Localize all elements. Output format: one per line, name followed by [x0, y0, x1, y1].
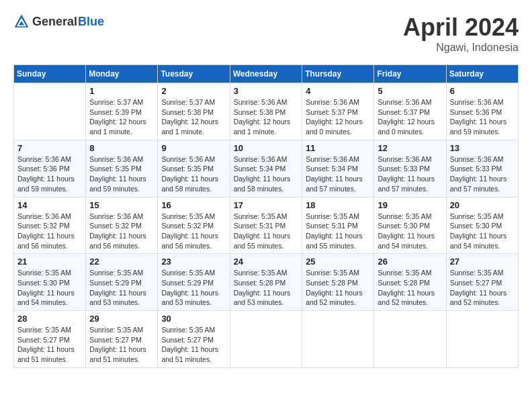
logo-icon — [13, 13, 30, 30]
day-info: Sunrise: 5:35 AM Sunset: 5:28 PM Dayligh… — [306, 268, 370, 308]
day-info: Sunrise: 5:36 AM Sunset: 5:32 PM Dayligh… — [17, 212, 82, 251]
day-number: 6 — [450, 86, 515, 96]
day-info: Sunrise: 5:35 AM Sunset: 5:27 PM Dayligh… — [17, 325, 82, 365]
calendar-week-row: 14Sunrise: 5:36 AM Sunset: 5:32 PM Dayli… — [14, 197, 519, 254]
day-number: 15 — [89, 200, 154, 210]
col-tuesday: Tuesday — [158, 65, 230, 83]
day-number: 11 — [306, 143, 370, 153]
table-row: 14Sunrise: 5:36 AM Sunset: 5:32 PM Dayli… — [14, 197, 86, 254]
table-row: 12Sunrise: 5:36 AM Sunset: 5:33 PM Dayli… — [374, 140, 446, 197]
table-row: 8Sunrise: 5:36 AM Sunset: 5:35 PM Daylig… — [86, 140, 158, 197]
col-thursday: Thursday — [302, 65, 374, 83]
day-info: Sunrise: 5:35 AM Sunset: 5:31 PM Dayligh… — [234, 212, 299, 251]
table-row: 13Sunrise: 5:36 AM Sunset: 5:33 PM Dayli… — [446, 140, 518, 197]
table-row: 7Sunrise: 5:36 AM Sunset: 5:36 PM Daylig… — [14, 140, 86, 197]
table-row: 24Sunrise: 5:35 AM Sunset: 5:28 PM Dayli… — [230, 254, 302, 311]
day-info: Sunrise: 5:35 AM Sunset: 5:30 PM Dayligh… — [378, 212, 442, 251]
table-row: 5Sunrise: 5:36 AM Sunset: 5:37 PM Daylig… — [374, 83, 446, 140]
col-friday: Friday — [374, 65, 446, 83]
calendar-table: Sunday Monday Tuesday Wednesday Thursday… — [13, 64, 519, 368]
day-info: Sunrise: 5:35 AM Sunset: 5:29 PM Dayligh… — [161, 268, 226, 308]
table-row: 4Sunrise: 5:36 AM Sunset: 5:37 PM Daylig… — [302, 83, 374, 140]
day-number: 4 — [306, 86, 370, 96]
day-number: 20 — [450, 200, 515, 210]
table-row — [446, 311, 518, 368]
day-number: 29 — [89, 314, 154, 324]
table-row: 6Sunrise: 5:36 AM Sunset: 5:36 PM Daylig… — [446, 83, 518, 140]
calendar-week-row: 7Sunrise: 5:36 AM Sunset: 5:36 PM Daylig… — [14, 140, 519, 197]
day-info: Sunrise: 5:35 AM Sunset: 5:27 PM Dayligh… — [161, 325, 226, 365]
logo-blue: Blue — [78, 15, 104, 29]
table-row — [14, 83, 86, 140]
table-row: 30Sunrise: 5:35 AM Sunset: 5:27 PM Dayli… — [158, 311, 230, 368]
day-info: Sunrise: 5:36 AM Sunset: 5:34 PM Dayligh… — [306, 154, 370, 194]
col-sunday: Sunday — [14, 65, 86, 83]
page-header: General Blue April 2024 Ngawi, Indonesia — [13, 13, 519, 54]
day-info: Sunrise: 5:35 AM Sunset: 5:27 PM Dayligh… — [89, 325, 154, 365]
day-number: 1 — [89, 86, 154, 96]
day-info: Sunrise: 5:36 AM Sunset: 5:32 PM Dayligh… — [89, 212, 154, 251]
day-info: Sunrise: 5:36 AM Sunset: 5:35 PM Dayligh… — [161, 154, 226, 194]
table-row: 15Sunrise: 5:36 AM Sunset: 5:32 PM Dayli… — [86, 197, 158, 254]
day-info: Sunrise: 5:35 AM Sunset: 5:28 PM Dayligh… — [378, 268, 442, 308]
table-row: 25Sunrise: 5:35 AM Sunset: 5:28 PM Dayli… — [302, 254, 374, 311]
day-number: 16 — [161, 200, 226, 210]
day-number: 25 — [306, 257, 370, 267]
table-row: 26Sunrise: 5:35 AM Sunset: 5:28 PM Dayli… — [374, 254, 446, 311]
table-row: 11Sunrise: 5:36 AM Sunset: 5:34 PM Dayli… — [302, 140, 374, 197]
day-number: 8 — [89, 143, 154, 153]
day-number: 24 — [234, 257, 299, 267]
day-info: Sunrise: 5:35 AM Sunset: 5:31 PM Dayligh… — [306, 212, 370, 251]
calendar-week-row: 21Sunrise: 5:35 AM Sunset: 5:30 PM Dayli… — [14, 254, 519, 311]
table-row: 1Sunrise: 5:37 AM Sunset: 5:39 PM Daylig… — [86, 83, 158, 140]
day-number: 5 — [378, 86, 442, 96]
logo: General Blue — [13, 13, 104, 30]
day-number: 13 — [450, 143, 515, 153]
table-row — [230, 311, 302, 368]
col-saturday: Saturday — [446, 65, 518, 83]
table-row: 29Sunrise: 5:35 AM Sunset: 5:27 PM Dayli… — [86, 311, 158, 368]
table-row: 21Sunrise: 5:35 AM Sunset: 5:30 PM Dayli… — [14, 254, 86, 311]
day-info: Sunrise: 5:35 AM Sunset: 5:30 PM Dayligh… — [450, 212, 515, 251]
day-number: 7 — [17, 143, 82, 153]
calendar-title: April 2024 — [403, 13, 519, 42]
title-block: April 2024 Ngawi, Indonesia — [403, 13, 519, 54]
day-number: 22 — [89, 257, 154, 267]
table-row: 9Sunrise: 5:36 AM Sunset: 5:35 PM Daylig… — [158, 140, 230, 197]
table-row: 28Sunrise: 5:35 AM Sunset: 5:27 PM Dayli… — [14, 311, 86, 368]
day-number: 21 — [17, 257, 82, 267]
logo-general: General — [32, 15, 77, 29]
day-number: 26 — [378, 257, 442, 267]
table-row: 10Sunrise: 5:36 AM Sunset: 5:34 PM Dayli… — [230, 140, 302, 197]
day-info: Sunrise: 5:36 AM Sunset: 5:34 PM Dayligh… — [234, 154, 299, 194]
day-info: Sunrise: 5:35 AM Sunset: 5:29 PM Dayligh… — [89, 268, 154, 308]
day-number: 10 — [234, 143, 299, 153]
day-info: Sunrise: 5:36 AM Sunset: 5:35 PM Dayligh… — [89, 154, 154, 194]
calendar-location: Ngawi, Indonesia — [403, 42, 519, 54]
calendar-week-row: 1Sunrise: 5:37 AM Sunset: 5:39 PM Daylig… — [14, 83, 519, 140]
day-info: Sunrise: 5:36 AM Sunset: 5:33 PM Dayligh… — [378, 154, 442, 194]
table-row: 3Sunrise: 5:36 AM Sunset: 5:38 PM Daylig… — [230, 83, 302, 140]
day-number: 14 — [17, 200, 82, 210]
day-number: 3 — [234, 86, 299, 96]
table-row: 20Sunrise: 5:35 AM Sunset: 5:30 PM Dayli… — [446, 197, 518, 254]
table-row: 2Sunrise: 5:37 AM Sunset: 5:38 PM Daylig… — [158, 83, 230, 140]
calendar-header-row: Sunday Monday Tuesday Wednesday Thursday… — [14, 65, 519, 83]
table-row — [374, 311, 446, 368]
table-row: 19Sunrise: 5:35 AM Sunset: 5:30 PM Dayli… — [374, 197, 446, 254]
day-number: 9 — [161, 143, 226, 153]
day-info: Sunrise: 5:35 AM Sunset: 5:32 PM Dayligh… — [161, 212, 226, 251]
day-info: Sunrise: 5:35 AM Sunset: 5:28 PM Dayligh… — [234, 268, 299, 308]
table-row: 16Sunrise: 5:35 AM Sunset: 5:32 PM Dayli… — [158, 197, 230, 254]
day-info: Sunrise: 5:36 AM Sunset: 5:37 PM Dayligh… — [378, 97, 442, 137]
day-info: Sunrise: 5:36 AM Sunset: 5:38 PM Dayligh… — [234, 97, 299, 137]
day-info: Sunrise: 5:36 AM Sunset: 5:36 PM Dayligh… — [17, 154, 82, 194]
day-number: 19 — [378, 200, 442, 210]
table-row: 23Sunrise: 5:35 AM Sunset: 5:29 PM Dayli… — [158, 254, 230, 311]
day-info: Sunrise: 5:35 AM Sunset: 5:27 PM Dayligh… — [450, 268, 515, 308]
day-info: Sunrise: 5:36 AM Sunset: 5:37 PM Dayligh… — [306, 97, 370, 137]
table-row — [302, 311, 374, 368]
col-monday: Monday — [86, 65, 158, 83]
col-wednesday: Wednesday — [230, 65, 302, 83]
table-row: 27Sunrise: 5:35 AM Sunset: 5:27 PM Dayli… — [446, 254, 518, 311]
